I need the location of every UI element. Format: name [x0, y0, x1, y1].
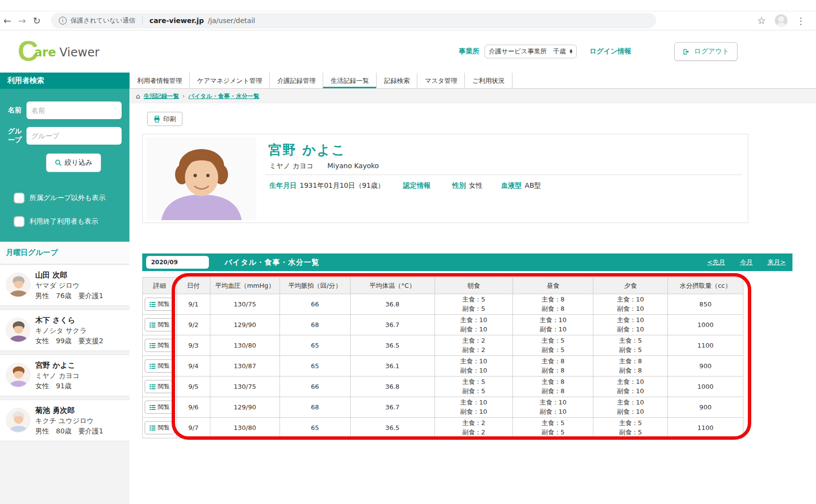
logout-button[interactable]: ログアウト	[674, 42, 738, 61]
user-name: 宮野 かよこ	[35, 361, 79, 370]
dinner-cell: 主食 : 10副食 : 10	[593, 397, 668, 418]
temperature-cell: 36.7	[350, 315, 434, 335]
dinner-cell: 主食 : 10副食 : 10	[593, 315, 668, 335]
tab-record-search[interactable]: 記録検索	[377, 73, 417, 88]
user-kana: ヤマダ ジロウ	[35, 281, 103, 290]
prev-month-link[interactable]: <先月	[707, 258, 725, 267]
date-cell: 9/6	[177, 397, 210, 418]
profile-kana-romaji: ミヤノ カヨコ Miyano Kayoko	[269, 162, 379, 171]
dinner-cell: 主食 : 10副食 : 10	[593, 294, 668, 315]
list-icon	[150, 302, 155, 307]
dinner-cell: 主食 : 5副食 : 5	[593, 335, 668, 356]
url-domain: care-viewer.jp	[150, 17, 204, 25]
browser-profile-avatar[interactable]	[775, 14, 788, 27]
group-input[interactable]	[26, 127, 122, 145]
user-kana: キノシタ サクラ	[35, 327, 103, 335]
care-viewer-logo[interactable]: CareViewer	[18, 37, 100, 65]
user-card[interactable]: 菊池 勇次郎キクチ ユウジロウ男性 80歳 要介護1	[0, 400, 129, 441]
show-other-groups-checkbox[interactable]	[14, 193, 25, 203]
list-icon	[150, 363, 155, 369]
tab-user-info-management[interactable]: 利用者情報管理	[129, 73, 190, 88]
tab-care-record-management[interactable]: 介護記録管理	[270, 73, 323, 88]
show-ended-users-checkbox-row[interactable]: 利用終了利用者も表示	[8, 216, 122, 227]
view-button[interactable]: 閲覧	[145, 401, 175, 414]
view-button[interactable]: 閲覧	[145, 380, 175, 393]
office-select[interactable]: 介護サービス事業所 千歳 ▲▼	[484, 45, 577, 58]
blood-type-label: 血液型	[501, 181, 522, 190]
profile-photo	[147, 137, 256, 220]
pulse-cell: 66	[280, 377, 350, 397]
temperature-cell: 36.5	[350, 418, 434, 438]
breadcrumb-link-life-record[interactable]: 生活記録一覧	[144, 92, 179, 101]
breadcrumb-link-vital-list[interactable]: バイタル・食事・水分一覧	[188, 92, 259, 101]
current-month-link[interactable]: 今月	[740, 258, 753, 267]
login-info-link[interactable]: ログイン情報	[589, 47, 631, 56]
tab-life-record-list[interactable]: 生活記録一覧	[323, 73, 377, 88]
cert-info-link[interactable]: 認定情報	[403, 181, 431, 190]
browser-menu-icon[interactable]: ⋮	[796, 16, 805, 26]
sidebar-title: 利用者検索	[0, 73, 129, 89]
month-input[interactable]	[146, 256, 209, 269]
page-info-icon[interactable]: i	[59, 17, 67, 25]
table-row: 閲覧9/4130/876536.1主食 : 10副食 : 10主食 : 8副食 …	[143, 356, 743, 377]
detail-cell: 閲覧	[143, 356, 177, 377]
user-kana: キクチ ユウジロウ	[35, 417, 103, 426]
birth-label: 生年月日	[269, 181, 297, 190]
table-row: 閲覧9/2129/906836.7主食 : 10副食 : 10主食 : 10副食…	[143, 315, 743, 335]
blood-pressure-cell: 130/75	[210, 294, 280, 315]
view-button[interactable]: 閲覧	[145, 339, 175, 352]
next-month-link[interactable]: 来月>	[767, 258, 786, 267]
lunch-cell: 主食 : 5副食 : 5	[513, 418, 593, 438]
bookmark-star-icon[interactable]: ☆	[757, 15, 766, 26]
name-input[interactable]	[26, 101, 122, 119]
profile-card: 宮野 かよこ ミヤノ カヨコ Miyano Kayoko 生年月日 1931年0…	[142, 134, 748, 223]
print-button[interactable]: 印刷	[147, 112, 182, 126]
show-other-groups-checkbox-row[interactable]: 所属グループ以外も表示	[8, 193, 122, 203]
date-cell: 9/3	[177, 335, 210, 356]
water-intake-cell: 850	[668, 294, 743, 315]
detail-cell: 閲覧	[143, 335, 177, 356]
main-tabbar: 利用者情報管理ケアマネジメント管理介護記録管理生活記録一覧記録検索マスタ管理ご利…	[129, 73, 816, 89]
user-name: 菊池 勇次郎	[35, 406, 103, 415]
tab-usage-status[interactable]: ご利用状況	[465, 73, 512, 88]
show-ended-users-checkbox[interactable]	[14, 216, 25, 227]
lunch-cell: 主食 : 8副食 : 8	[513, 356, 593, 377]
gender-label: 性別	[452, 181, 466, 190]
address-bar[interactable]: i 保護されていない通信 care-viewer.jp/ja/user/deta…	[51, 13, 656, 28]
security-status-text: 保護されていない通信	[71, 16, 135, 25]
view-button-label: 閲覧	[158, 424, 170, 432]
view-button[interactable]: 閲覧	[145, 298, 175, 311]
pulse-cell: 65	[280, 335, 350, 356]
group-label: グループ	[8, 127, 26, 145]
table-row: 閲覧9/1130/756636.8主食 : 5副食 : 5主食 : 8副食 : …	[143, 294, 743, 315]
browser-reload-button[interactable]: ↻	[29, 15, 44, 26]
breakfast-cell: 主食 : 2副食 : 2	[434, 335, 513, 356]
care-viewer-app: ← → ↻ i 保護されていない通信 care-viewer.jp/ja/use…	[0, 0, 816, 504]
breadcrumb: ⌂ 生活記録一覧 › バイタル・食事・水分一覧	[129, 89, 816, 103]
user-card[interactable]: 山田 次郎ヤマダ ジロウ男性 76歳 要介護1	[0, 264, 129, 306]
view-button[interactable]: 閲覧	[145, 359, 175, 373]
birth-value: 1931年01月10日（91歳）	[300, 181, 384, 190]
pulse-cell: 68	[280, 397, 350, 418]
gender-value: 女性	[469, 181, 483, 190]
print-button-label: 印刷	[163, 115, 176, 124]
user-info: 女性 99歳 要支援2	[35, 337, 103, 346]
user-search-sidebar: 利用者検索 名前 グループ 絞り込み 所属グループ以外も表示 利用終了利用者も表…	[0, 73, 129, 504]
tab-care-management[interactable]: ケアマネジメント管理	[190, 73, 270, 88]
view-button[interactable]: 閲覧	[145, 421, 175, 434]
user-card[interactable]: 宮野 かよこミヤノ カヨコ女性 91歳	[0, 354, 129, 396]
tab-master-management[interactable]: マスタ管理	[417, 73, 465, 88]
blood-pressure-cell: 130/75	[210, 377, 280, 397]
table-row: 閲覧9/7130/806536.5主食 : 2副食 : 2主食 : 5副食 : …	[143, 418, 743, 438]
breakfast-cell: 主食 : 10副食 : 10	[434, 397, 513, 418]
browser-back-button[interactable]: ←	[0, 15, 15, 26]
temperature-cell: 36.7	[350, 397, 434, 418]
user-card[interactable]: 木下 さくらキノシタ サクラ女性 99歳 要支援2	[0, 309, 129, 351]
water-intake-cell: 1000	[668, 377, 743, 397]
filter-button[interactable]: 絞り込み	[46, 153, 101, 172]
view-button[interactable]: 閲覧	[145, 318, 175, 331]
browser-forward-button[interactable]: →	[15, 15, 29, 26]
list-icon	[150, 404, 155, 410]
dinner-cell: 主食 : 8副食 : 8	[593, 356, 668, 377]
printer-icon	[153, 116, 160, 123]
